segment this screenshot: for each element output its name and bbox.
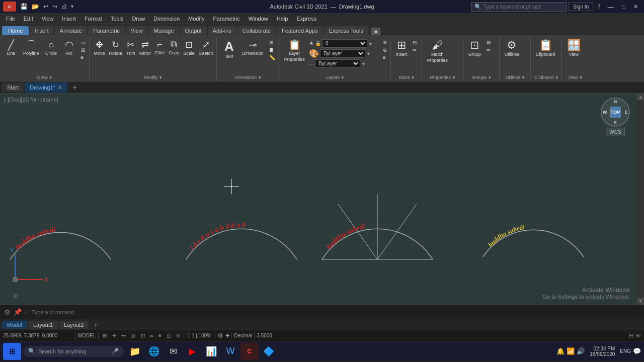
redo-icon[interactable]: ↪ xyxy=(51,2,59,11)
menu-window[interactable]: Window xyxy=(245,15,272,23)
group-layers-label[interactable]: Layers ▼ xyxy=(282,75,388,81)
group-properties-label[interactable]: Properties ▼ xyxy=(425,75,461,81)
taskbar-explorer[interactable]: 📁 xyxy=(126,343,144,360)
menu-modify[interactable]: Modify xyxy=(184,15,208,23)
menu-edit[interactable]: Edit xyxy=(20,15,37,23)
tab-featured[interactable]: Featured Apps xyxy=(277,26,323,35)
group-groups-label[interactable]: Groups ▼ xyxy=(466,75,497,81)
layer-properties-button[interactable]: 📋 Layer Properties xyxy=(282,38,307,63)
layer-freeze-button[interactable]: ❄ xyxy=(381,39,388,46)
arc-button[interactable]: ◠ Arc xyxy=(61,38,77,57)
groups-expand-icon[interactable]: ▼ xyxy=(488,75,492,80)
copy-button[interactable]: ⧉ Copy xyxy=(167,38,181,56)
stretch-button[interactable]: ⤢ Stretch xyxy=(197,38,215,57)
command-pin-icon[interactable]: 📌 xyxy=(14,308,22,316)
lineweight-toggle[interactable]: ≡ xyxy=(157,333,163,338)
layer-dropdown-arrow[interactable]: ▼ xyxy=(368,41,373,46)
layers-expand-icon[interactable]: ▼ xyxy=(341,75,345,80)
taskbar-excel[interactable]: 📊 xyxy=(202,343,220,360)
taskbar-email[interactable]: ✉ xyxy=(164,343,182,360)
menu-file[interactable]: File xyxy=(2,15,19,23)
annotation-more[interactable]: ⊞ ≣ 📏 xyxy=(268,38,277,61)
ortho-toggle[interactable]: ⊷ xyxy=(120,333,128,338)
mic-icon[interactable]: 🎤 xyxy=(111,348,119,355)
osnap-toggle[interactable]: ⊡ xyxy=(139,333,146,338)
circle-button[interactable]: ○ Circle xyxy=(43,38,59,57)
settings-icon-status[interactable]: ⚙ xyxy=(217,332,223,339)
group-view-label[interactable]: View ▼ xyxy=(565,75,586,81)
clipboard-expand-icon[interactable]: ▼ xyxy=(555,75,559,80)
drawing1-close-btn[interactable]: ✕ xyxy=(57,84,62,91)
add-layout-button[interactable]: + xyxy=(90,320,102,330)
layer-isolate-button[interactable]: ⊕ xyxy=(381,47,388,53)
clipboard-button[interactable]: 📋 Clipboard xyxy=(534,38,557,58)
text-button[interactable]: A Text xyxy=(220,38,238,60)
draw-more-buttons[interactable]: ▭ ⊞ ≡ xyxy=(79,38,87,61)
notification-icon[interactable]: 🔔 xyxy=(556,347,565,355)
menu-view[interactable]: View xyxy=(38,15,58,23)
match-properties-button[interactable]: 🖌 Match Properties xyxy=(425,38,450,64)
close-button[interactable]: ✕ xyxy=(630,3,641,11)
move-button[interactable]: ✥ Move xyxy=(93,38,107,57)
menu-express[interactable]: Express xyxy=(292,15,320,23)
menu-dimension[interactable]: Dimension xyxy=(149,15,184,23)
units-display[interactable]: Decimal xyxy=(234,333,252,338)
tab-drawing1[interactable]: Drawing1* ✕ xyxy=(25,82,67,93)
annotation-expand-icon[interactable]: ▼ xyxy=(258,75,262,80)
dimension-button[interactable]: ⊸ Dimension xyxy=(240,38,266,57)
anno-visibility-icon[interactable]: 👁 xyxy=(635,333,641,339)
taskbar-autocad[interactable]: C xyxy=(240,343,259,360)
draw-expand-icon[interactable]: ▼ xyxy=(49,75,53,80)
clean-screen-icon[interactable]: ⊟ xyxy=(629,332,633,339)
compass-top-button[interactable]: TOP xyxy=(610,107,621,118)
undo-icon[interactable]: ↩ xyxy=(42,2,50,11)
group-utilities-label[interactable]: Utilities ▼ xyxy=(503,75,528,81)
grid-toggle[interactable]: ⊞ xyxy=(101,332,109,339)
menu-help[interactable]: Help xyxy=(273,15,292,23)
insert-button[interactable]: ⊞ Insert xyxy=(394,38,410,58)
command-settings-icon[interactable]: ⚙ xyxy=(4,308,11,316)
rotate-button[interactable]: ↻ Rotate xyxy=(108,38,124,57)
menu-tools[interactable]: Tools xyxy=(107,15,128,23)
wcs-button[interactable]: WCS xyxy=(606,128,624,136)
trim-button[interactable]: ✂ Trim xyxy=(125,38,137,57)
command-menu-icon[interactable]: ≡ xyxy=(25,308,29,316)
group-draw-label[interactable]: Draw ▼ xyxy=(3,75,87,81)
otrack-toggle[interactable]: ∞ xyxy=(148,333,155,338)
canvas-area[interactable]: [-][Top][2D Wireframe] buddha subedi xyxy=(0,94,644,305)
transparency-toggle[interactable]: ◫ xyxy=(165,333,173,338)
linetype-select[interactable]: ByLayer xyxy=(315,59,360,68)
tab-start[interactable]: Start xyxy=(2,83,24,92)
tab-output[interactable]: Output xyxy=(180,26,207,35)
group-annotation-label[interactable]: Annotation ▼ xyxy=(220,75,277,81)
menu-format[interactable]: Format xyxy=(80,15,106,23)
group-modify-label[interactable]: Modify ▼ xyxy=(93,75,215,81)
layer-select[interactable]: 0 xyxy=(322,39,367,48)
group-button[interactable]: ⊡ Group xyxy=(466,38,483,58)
menu-draw[interactable]: Draw xyxy=(128,15,149,23)
canvas-color-picker[interactable]: ■ xyxy=(371,28,380,35)
volume-icon[interactable]: 🔊 xyxy=(577,347,585,355)
keyword-search-input[interactable] xyxy=(484,4,554,10)
plot-icon[interactable]: 🖨 xyxy=(60,2,69,11)
annotation-scale[interactable]: 1:1 | 100% xyxy=(186,333,213,338)
search-box[interactable]: 🔍 xyxy=(471,2,567,12)
mirror-button[interactable]: ⇌ Mirror xyxy=(138,38,153,57)
block-expand-icon[interactable]: ▼ xyxy=(411,75,415,80)
color-dropdown-arrow[interactable]: ▼ xyxy=(366,51,371,56)
tab-manage[interactable]: Manage xyxy=(149,26,179,35)
lineweight-value[interactable]: 3.5000 xyxy=(257,333,272,338)
tab-parametric[interactable]: Parametric xyxy=(88,26,125,35)
tab-annotate[interactable]: Annotate xyxy=(55,26,87,35)
group-block-label[interactable]: Block ▼ xyxy=(394,75,420,81)
quick-access[interactable]: 💾 📂 ↩ ↪ 🖨 ▼ xyxy=(19,2,74,11)
taskbar-app2[interactable]: 🔷 xyxy=(260,343,278,360)
ungroup-button[interactable]: ⊠ xyxy=(485,39,492,46)
tab-collaborate[interactable]: Collaborate xyxy=(237,26,276,35)
properties-expand-icon[interactable]: ▼ xyxy=(452,75,456,80)
snap-toggle[interactable]: ✛ xyxy=(111,333,118,338)
utilities-button[interactable]: ⚙ Utilities xyxy=(503,38,521,58)
scale-button[interactable]: ⊡ Scale xyxy=(182,38,196,57)
open-icon[interactable]: 📂 xyxy=(30,2,41,11)
utilities-expand-icon[interactable]: ▼ xyxy=(521,75,525,80)
